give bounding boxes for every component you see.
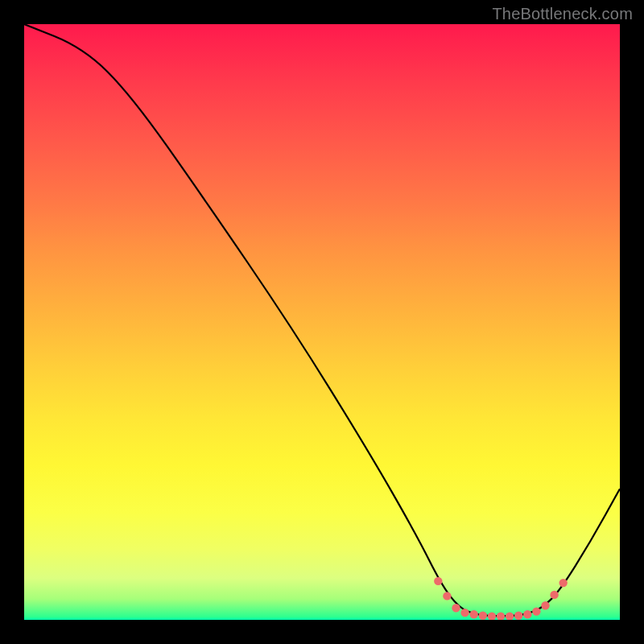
- bottleneck-curve: [24, 24, 620, 616]
- watermark-text: TheBottleneck.com: [492, 5, 633, 23]
- curve-marker: [443, 592, 451, 600]
- curve-marker: [541, 601, 549, 609]
- curve-marker: [460, 609, 469, 617]
- curve-marker: [532, 607, 540, 615]
- curve-marker: [452, 604, 460, 612]
- curve-marker: [523, 610, 531, 618]
- curve-marker: [470, 610, 478, 618]
- curve-marker: [479, 612, 487, 620]
- curve-marker: [434, 577, 442, 585]
- curve-marker: [559, 579, 568, 587]
- chart-svg: [24, 24, 620, 620]
- curve-marker: [497, 612, 505, 620]
- curve-marker: [550, 591, 558, 599]
- chart-container: TheBottleneck.com: [0, 0, 644, 644]
- plot-area: [24, 24, 620, 620]
- curve-marker: [514, 612, 522, 620]
- curve-markers: [434, 577, 568, 620]
- curve-marker: [488, 612, 496, 620]
- curve-marker: [506, 612, 514, 620]
